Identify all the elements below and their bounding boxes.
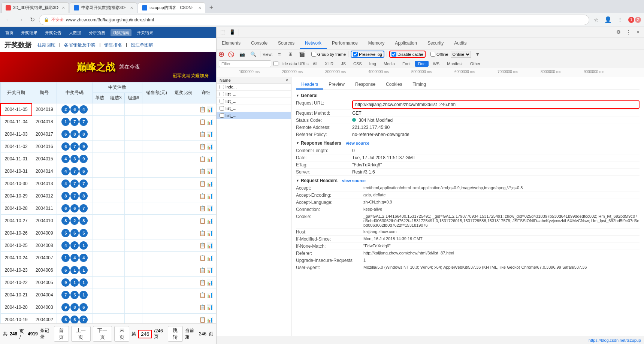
detail-icon-2[interactable]: 📊 bbox=[206, 230, 213, 236]
detail-icon-2[interactable]: 📊 bbox=[206, 119, 213, 125]
new-tab-button[interactable]: + bbox=[206, 2, 217, 13]
filter-xhr[interactable]: XHR bbox=[321, 61, 337, 67]
detail-icon-1[interactable]: 📋 bbox=[199, 292, 206, 298]
detail-icon-2[interactable]: 📊 bbox=[206, 168, 213, 174]
req-check-3[interactable] bbox=[220, 99, 224, 103]
filter-doc[interactable]: Doc bbox=[415, 61, 429, 67]
record-button[interactable] bbox=[219, 52, 224, 57]
detail-icon-2[interactable]: 📊 bbox=[206, 267, 213, 273]
tab-3[interactable]: tszupup的博客 - CSDN· × bbox=[138, 2, 205, 13]
view-list-icon[interactable]: ≡ bbox=[275, 50, 284, 59]
request-view-source[interactable]: view source bbox=[342, 178, 366, 183]
req-item-2[interactable]: list_... bbox=[217, 91, 291, 98]
tab-sources[interactable]: Sources bbox=[273, 38, 300, 49]
req-item-5[interactable]: list_... bbox=[217, 112, 291, 119]
tab-network[interactable]: Network bbox=[300, 38, 327, 49]
detail-icon-1[interactable]: 📋 bbox=[199, 218, 206, 224]
filter-input[interactable] bbox=[219, 60, 271, 67]
detail-icon-2[interactable]: 📊 bbox=[206, 205, 213, 211]
detail-icon-1[interactable]: 📋 bbox=[199, 144, 206, 150]
filter-ws[interactable]: WS bbox=[429, 61, 443, 67]
tab-console[interactable]: Console bbox=[246, 38, 273, 49]
detail-icon-1[interactable]: 📋 bbox=[199, 280, 206, 286]
filter-all[interactable]: All bbox=[309, 61, 321, 67]
req-item-1[interactable]: inde... bbox=[217, 84, 291, 91]
detail-icon-1[interactable]: 📋 bbox=[199, 267, 206, 273]
menu-button[interactable]: ⋮ bbox=[615, 15, 625, 25]
filter-font[interactable]: Font bbox=[399, 61, 414, 67]
preserve-log-check[interactable]: Preserve log bbox=[351, 51, 384, 58]
detail-icon-1[interactable]: 📋 bbox=[199, 255, 206, 261]
detail-icon-2[interactable]: 📊 bbox=[206, 131, 213, 137]
throttle-select[interactable]: Online bbox=[451, 51, 471, 58]
next-page-button[interactable]: 下一页 bbox=[93, 326, 112, 342]
dtab-cookies[interactable]: Cookies bbox=[381, 80, 407, 90]
tab-close-3[interactable]: × bbox=[198, 5, 201, 10]
view-screenshot-icon[interactable]: 🎬 bbox=[297, 50, 306, 59]
tab-memory[interactable]: Memory bbox=[363, 38, 390, 49]
tab-security[interactable]: Security bbox=[422, 38, 449, 49]
search-network-button[interactable]: 🔍 bbox=[249, 50, 258, 59]
tab-audits[interactable]: Audits bbox=[449, 38, 472, 49]
disable-cache-input[interactable] bbox=[391, 52, 396, 57]
link-coupon[interactable]: 投注单图解 bbox=[131, 42, 153, 48]
nav-home[interactable]: 首页 bbox=[3, 29, 16, 36]
address-bar[interactable]: 🔒 不安全 www.zhcw.com/3d/kaijiangshuju/inde… bbox=[39, 15, 589, 25]
detail-icon-1[interactable]: 📋 bbox=[199, 205, 206, 211]
dtab-preview[interactable]: Preview bbox=[323, 80, 350, 90]
detail-icon-2[interactable]: 📊 bbox=[206, 181, 213, 187]
tab-elements[interactable]: Elements bbox=[217, 38, 246, 49]
close-devtools-icon[interactable]: × bbox=[634, 28, 643, 37]
bookmarks-button[interactable]: ☆ bbox=[591, 15, 601, 25]
hide-data-urls-input[interactable] bbox=[273, 61, 278, 66]
first-page-button[interactable]: 首页 bbox=[54, 326, 69, 342]
group-by-frame-check[interactable]: Group by frame bbox=[311, 52, 346, 57]
detail-icon-2[interactable]: 📊 bbox=[206, 280, 213, 286]
link-rank[interactable]: 销售排名 bbox=[104, 42, 122, 48]
detail-icon-2[interactable]: 📊 bbox=[206, 218, 213, 224]
detail-icon-2[interactable]: 📊 bbox=[206, 193, 213, 199]
offline-check[interactable]: Offline bbox=[430, 52, 448, 57]
nav-result[interactable]: 开关结果 bbox=[134, 29, 155, 36]
detail-icon-2[interactable]: 📊 bbox=[206, 304, 213, 310]
tab-2[interactable]: 中彩网开奖数据|福彩3D· × bbox=[70, 2, 137, 13]
dtab-headers[interactable]: Headers bbox=[296, 80, 323, 90]
detail-icon-2[interactable]: 📊 bbox=[206, 156, 213, 162]
more-icon[interactable]: ⋮ bbox=[624, 28, 633, 37]
detail-icon-1[interactable]: 📋 bbox=[199, 304, 206, 310]
preserve-log-input[interactable] bbox=[353, 52, 358, 57]
detail-icon-1[interactable]: 📋 bbox=[199, 168, 206, 174]
nav-data[interactable]: 大数据 bbox=[67, 29, 84, 36]
detail-icon-1[interactable]: 📋 bbox=[199, 119, 206, 125]
detail-icon-1[interactable]: 📋 bbox=[199, 317, 206, 323]
nav-gonggao[interactable]: 开奖公告 bbox=[43, 29, 64, 36]
tab-close-1[interactable]: × bbox=[62, 5, 65, 10]
filter-other[interactable]: Other bbox=[467, 61, 484, 67]
clear-button[interactable]: 🚫 bbox=[226, 50, 235, 59]
device-icon[interactable]: 📱 bbox=[228, 28, 237, 37]
detail-icon-2[interactable]: 📊 bbox=[206, 242, 213, 248]
tab-performance[interactable]: Performance bbox=[327, 38, 363, 49]
forward-button[interactable]: → bbox=[15, 15, 25, 25]
detail-icon-2[interactable]: 📊 bbox=[206, 144, 213, 150]
req-check-1[interactable] bbox=[220, 85, 224, 89]
detail-icon-1[interactable]: 📋 bbox=[199, 230, 206, 236]
prev-page-button[interactable]: 上一页 bbox=[71, 326, 91, 342]
offline-input[interactable] bbox=[430, 52, 435, 57]
group-by-frame-input[interactable] bbox=[311, 52, 316, 57]
link-history[interactable]: 往期回顾 bbox=[37, 42, 55, 48]
req-item-3[interactable]: list_... bbox=[217, 98, 291, 105]
req-item-4[interactable]: list_... bbox=[217, 105, 291, 112]
detail-icon-2[interactable]: 📊 bbox=[206, 292, 213, 298]
inspect-icon[interactable]: ⬚ bbox=[218, 28, 227, 37]
jump-button[interactable]: 跳转 bbox=[168, 326, 183, 342]
camera-button[interactable]: 📷 bbox=[238, 50, 247, 59]
detail-icon-1[interactable]: 📋 bbox=[199, 131, 206, 137]
req-check-5[interactable] bbox=[220, 113, 224, 118]
dtab-timing[interactable]: Timing bbox=[407, 80, 431, 90]
disable-cache-check[interactable]: Disable cache bbox=[389, 51, 426, 58]
detail-icon-1[interactable]: 📋 bbox=[199, 181, 206, 187]
close-col-icon[interactable]: × bbox=[286, 78, 288, 82]
detail-icon-2[interactable]: 📊 bbox=[206, 317, 213, 323]
detail-icon-1[interactable]: 📋 bbox=[199, 242, 206, 248]
